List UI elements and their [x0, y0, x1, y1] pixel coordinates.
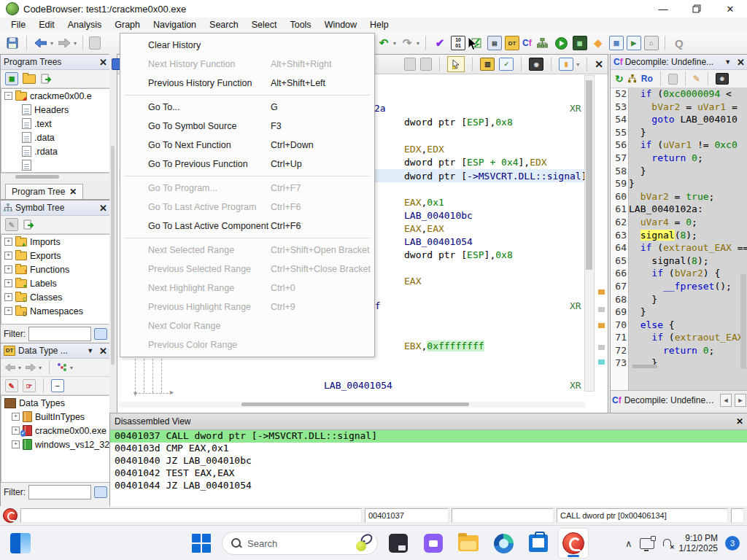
menubar-item-window[interactable]: Window [318, 18, 363, 31]
new-tree-icon[interactable]: ▦ [5, 72, 18, 85]
run-script-button[interactable] [554, 35, 570, 51]
help-button[interactable]: Q [671, 35, 687, 51]
menu-item-next-highlight-range[interactable]: Next Highlight RangeCtrl+0 [120, 279, 374, 298]
dt-node-crackme0x00-exe[interactable]: +✔crackme0x00.exe [1, 424, 109, 438]
decompile-line[interactable]: signal(8); [629, 255, 747, 268]
tab-scroll-left-icon[interactable]: ◄ [720, 394, 732, 407]
bookmark-button[interactable]: ◆ [590, 35, 606, 51]
taskbar-explorer-button[interactable] [454, 529, 483, 558]
menu-item-next-selected-range[interactable]: Next Selected RangeCtrl+Shift+Open Brack… [120, 241, 374, 260]
disassembled-line[interactable]: 00401040 JZ LAB_004010bc [110, 455, 747, 467]
decompile-line[interactable]: if (extraout_EAX == [629, 242, 747, 255]
goto-symbol-icon[interactable]: ✎ [5, 218, 18, 231]
listing-paste-icon[interactable] [420, 58, 432, 71]
copy-icon[interactable] [89, 36, 101, 50]
menubar-item-navigation[interactable]: Navigation [147, 18, 203, 31]
margin-dropdown[interactable]: ▾ [576, 61, 579, 68]
snapshot-icon[interactable]: ◉ [529, 58, 543, 71]
symbol-node-functions[interactable]: +fFunctions [1, 262, 109, 276]
program-tree-tab-close-icon[interactable]: ✕ [69, 187, 77, 197]
notifications-muted-icon[interactable] [662, 538, 672, 548]
decompile-line[interactable]: return 0; [629, 345, 747, 358]
listing-row[interactable]: LAB_004010bc [404, 210, 473, 222]
symbol-node-imports[interactable]: +▲Imports [1, 235, 109, 249]
decompile-line[interactable]: } [629, 294, 747, 307]
symbol-node-labels[interactable]: +●Labels [1, 276, 109, 290]
xref-label[interactable]: XR [570, 380, 581, 391]
restore-button[interactable] [680, 0, 713, 18]
decompile-line[interactable]: if (uVar1 != 0xc0 [629, 139, 747, 152]
menu-item-next-history-function[interactable]: Next History FunctionAlt+Shift+Right [120, 55, 374, 74]
symbol-table-button[interactable]: ⌂ [644, 36, 659, 50]
decompile-line[interactable]: signal(8); [629, 230, 747, 243]
margin-toggle-icon[interactable]: ▮ [559, 58, 573, 71]
vertical-splitter[interactable] [109, 54, 117, 413]
symbol-filter-config-icon[interactable] [94, 328, 107, 340]
undo-dropdown[interactable]: ▾ [393, 40, 396, 47]
decompile-line[interactable]: else { [629, 319, 747, 332]
decompile-line[interactable]: return 0; [629, 152, 747, 166]
listing-row[interactable]: LAB_00401054 [324, 380, 392, 392]
listing-close-icon[interactable]: ✕ [595, 58, 603, 70]
data-type-close-icon[interactable]: ✕ [99, 346, 107, 357]
table-chooser-button[interactable]: ▶ [627, 36, 641, 50]
program-tree-hscrollbar[interactable] [1, 173, 110, 180]
tab-scroll-right-icon[interactable]: ► [735, 394, 746, 407]
field-formatter-icon[interactable]: ▥ [480, 58, 495, 71]
tree-node-headers[interactable]: Headers [1, 103, 109, 117]
menu-item-go-to-last-active-component[interactable]: Go To Last Active ComponentCtrl+F6 [120, 217, 374, 236]
data-type-manager-button[interactable]: DT [505, 36, 519, 50]
decompile-line[interactable]: uVar4 = 0; [629, 217, 747, 230]
dt-collapse-all-icon[interactable]: − [51, 379, 64, 392]
diff-view-icon[interactable]: ✓ [499, 58, 514, 71]
symbol-node-classes[interactable]: +CClasses [1, 290, 109, 304]
taskbar-terminal-button[interactable] [384, 529, 413, 558]
xref-label[interactable]: XR [570, 300, 581, 311]
cast-device-icon[interactable] [640, 538, 654, 549]
memory-map-button[interactable]: ▤ [487, 36, 502, 50]
dt-forward-dropdown[interactable]: ▾ [39, 365, 42, 371]
decompile-line[interactable]: if (0xc0000094 < [629, 88, 747, 101]
menu-item-go-to-next-function[interactable]: Go To Next FunctionCtrl+Down [120, 136, 374, 155]
decompile-line[interactable]: } [629, 178, 747, 191]
menubar-item-graph[interactable]: Graph [108, 18, 147, 31]
back-dropdown[interactable]: ▾ [50, 40, 53, 47]
decompile-line[interactable]: __fpreset(); [629, 281, 747, 294]
dt-node-builtintypes[interactable]: +BuiltInTypes [1, 410, 109, 424]
decompile-line[interactable]: if (extraout_EAX [629, 332, 747, 345]
taskbar-store-button[interactable] [524, 529, 553, 558]
decompile-line[interactable]: LAB_0040102a: [629, 203, 747, 217]
decompile-line[interactable]: } [629, 166, 747, 179]
decompile-menu-icon[interactable]: ▼ [724, 58, 731, 66]
disassembled-line[interactable]: 00401042 TEST EAX,EAX [110, 467, 747, 480]
dt-back-dropdown[interactable]: ▾ [18, 365, 21, 371]
listing-row[interactable]: EDX,EDX [404, 144, 444, 156]
dt-disable-filter-icon[interactable]: ✎ [5, 379, 18, 392]
decompile-hscrollbar[interactable] [632, 365, 657, 368]
menu-item-next-color-range[interactable]: Next Color Range [120, 316, 374, 335]
dt-filter-input[interactable] [28, 485, 91, 499]
dt-pointer-filter-icon[interactable]: ☞ [23, 379, 36, 392]
symbol-export-icon[interactable] [23, 219, 34, 230]
decompile-close-icon[interactable]: ✕ [737, 57, 745, 68]
disassembled-line[interactable]: 00401037 CALL dword ptr [->MSVCRT.DLL::s… [110, 430, 747, 443]
decompile-tab[interactable]: Decompile: UndefinedFu... [624, 395, 717, 405]
validate-button[interactable]: ✔ [432, 35, 448, 51]
redo-button[interactable]: ↷ [399, 35, 415, 51]
listing-row[interactable]: dword ptr [ESP],0x8 [404, 249, 513, 262]
symbol-node-exports[interactable]: +Exports [1, 249, 109, 262]
listing-row[interactable]: EBX,0xffffffff [404, 341, 484, 353]
taskbar-search[interactable]: Search [222, 532, 378, 555]
menubar-item-tools[interactable]: Tools [283, 18, 317, 31]
program-tree-tab[interactable]: Program Tree ✕ [5, 184, 83, 199]
dt-node-windows-vs12-32[interactable]: +windows_vs12_32 [1, 438, 109, 451]
symbol-filter-input[interactable] [28, 327, 91, 341]
symbol-tree-close-icon[interactable]: ✕ [99, 203, 107, 214]
listing-row[interactable]: LAB_00401054 [404, 236, 473, 249]
listing-hscrollbar[interactable] [119, 402, 586, 408]
listing-row[interactable]: dword ptr [ESP + 0x4],EDX [404, 157, 547, 169]
open-tree-icon[interactable] [23, 74, 36, 84]
minimize-button[interactable]: — [646, 0, 680, 18]
menu-item-go-to-symbol-source[interactable]: Go To Symbol SourceF3 [120, 117, 374, 136]
menubar-item-help[interactable]: Help [363, 18, 395, 31]
